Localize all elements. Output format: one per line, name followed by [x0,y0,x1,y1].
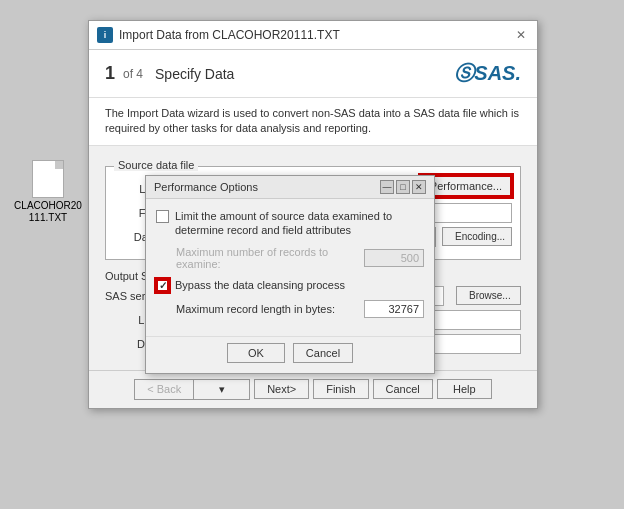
perf-close-button[interactable]: ✕ [412,180,426,194]
perf-content: Limit the amount of source data examined… [146,199,434,336]
checkbox2[interactable]: ✓ [156,279,169,292]
check-mark: ✓ [159,280,167,291]
finish-button[interactable]: Finish [313,379,368,399]
checkbox2-row: ✓ Bypass the data cleansing process [156,278,424,292]
checkbox2-label: Bypass the data cleansing process [175,278,345,292]
cancel-button[interactable]: Cancel [373,379,433,399]
minimize-button[interactable]: — [380,180,394,194]
back-button[interactable]: < Back [135,380,194,399]
source-section-label: Source data file [114,159,198,171]
browse-button[interactable]: Browse... [456,286,521,305]
back-dropdown-button[interactable]: ▾ [194,380,249,399]
perf-footer: OK Cancel [146,336,434,373]
back-btn-group: < Back ▾ [134,379,250,400]
restore-button[interactable]: □ [396,180,410,194]
dialog-titlebar: i Import Data from CLACOHOR20111.TXT ✕ [89,21,537,50]
step-title: Specify Data [155,66,234,82]
wizard-description: The Import Data wizard is used to conver… [89,98,537,146]
records-input[interactable] [364,249,424,267]
title-left: i Import Data from CLACOHOR20111.TXT [97,27,340,43]
file-icon [32,160,64,198]
perf-dialog-title: Performance Options [154,181,258,193]
maxlen-row: Maximum record length in bytes: [156,300,424,318]
maxlen-input[interactable] [364,300,424,318]
perf-title-buttons: — □ ✕ [380,180,426,194]
wizard-footer: < Back ▾ Next> Finish Cancel Help [89,370,537,408]
dialog-title: Import Data from CLACOHOR20111.TXT [119,28,340,42]
checkbox1[interactable] [156,210,169,223]
records-row: Maximum number of records to examine: [156,246,424,270]
maxlen-label: Maximum record length in bytes: [176,303,358,315]
wizard-step: 1 of 4 Specify Data [105,63,234,84]
icon-label: CLACOHOR20 111.TXT [14,200,82,224]
sas-logo: ⓈSAS. [454,60,521,87]
perf-titlebar: Performance Options — □ ✕ [146,176,434,199]
help-button[interactable]: Help [437,379,492,399]
next-button[interactable]: Next> [254,379,309,399]
desktop-icon: CLACOHOR20 111.TXT [18,160,78,224]
records-label: Maximum number of records to examine: [176,246,358,270]
wizard-header: 1 of 4 Specify Data ⓈSAS. [89,50,537,98]
checkbox1-label: Limit the amount of source data examined… [175,209,424,238]
performance-dialog: Performance Options — □ ✕ Limit the amou… [145,175,435,374]
encoding-button[interactable]: Encoding... [442,227,512,246]
perf-cancel-button[interactable]: Cancel [293,343,353,363]
step-number: 1 [105,63,115,84]
checkbox1-row: Limit the amount of source data examined… [156,209,424,238]
perf-ok-button[interactable]: OK [227,343,285,363]
dialog-icon: i [97,27,113,43]
step-of: of 4 [123,67,143,81]
close-button[interactable]: ✕ [513,27,529,43]
